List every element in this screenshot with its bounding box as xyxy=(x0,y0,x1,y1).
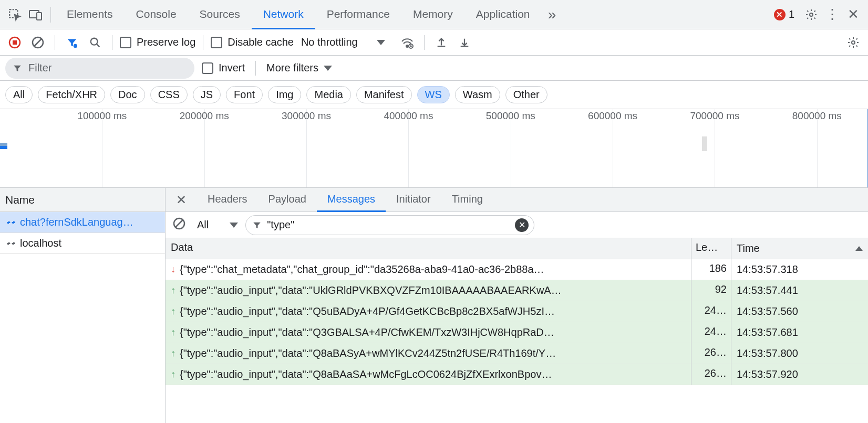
type-filter-media[interactable]: Media xyxy=(306,86,350,103)
detail-tab-timing[interactable]: Timing xyxy=(441,188,493,212)
funnel-icon xyxy=(252,220,262,230)
filter-bar: Filter Invert More filters xyxy=(0,56,868,81)
import-har-icon[interactable] xyxy=(432,33,451,52)
column-data-header[interactable]: Data xyxy=(166,238,691,259)
arrow-up-icon: ↑ xyxy=(171,327,175,338)
type-filter-wasm[interactable]: Wasm xyxy=(455,86,500,103)
message-data: {"type":"audio_input","data":"Q8aBASyA+w… xyxy=(180,347,556,359)
select-value: All xyxy=(197,219,209,231)
chevron-down-icon xyxy=(377,40,385,45)
network-toolbar: Preserve log Disable cache No throttling xyxy=(0,29,868,56)
network-settings-gear-icon[interactable] xyxy=(844,33,863,52)
message-row[interactable]: ↓{"type":"chat_metadata","chat_group_id"… xyxy=(166,259,868,280)
panel-tab-performance[interactable]: Performance xyxy=(315,0,401,29)
timeline-marker xyxy=(0,146,7,149)
panel-tab-elements[interactable]: Elements xyxy=(55,0,125,29)
search-icon[interactable] xyxy=(86,33,105,52)
message-row[interactable]: ↑{"type":"audio_input","data":"Q8aBASyA+… xyxy=(166,343,868,364)
detail-tab-payload[interactable]: Payload xyxy=(258,188,317,212)
type-filter-font[interactable]: Font xyxy=(226,86,263,103)
network-conditions-icon[interactable] xyxy=(398,33,417,52)
divider xyxy=(255,61,256,76)
close-devtools-icon[interactable]: ✕ xyxy=(843,4,864,25)
inspect-element-icon[interactable] xyxy=(4,4,25,25)
type-filter-other[interactable]: Other xyxy=(505,86,547,103)
detail-tab-headers[interactable]: Headers xyxy=(197,188,258,212)
type-filter-img[interactable]: Img xyxy=(268,86,301,103)
message-row[interactable]: ↑{"type":"audio_input","data":"Q5uBADyA+… xyxy=(166,301,868,322)
type-filter-js[interactable]: JS xyxy=(193,86,221,103)
record-button[interactable] xyxy=(5,33,24,52)
kebab-menu-icon[interactable]: ⋮ xyxy=(822,4,843,25)
panel-tab-console[interactable]: Console xyxy=(125,0,188,29)
messages-table-header: Data Le… Time xyxy=(166,238,868,259)
preserve-log-label: Preserve log xyxy=(137,36,195,48)
disable-cache-label: Disable cache xyxy=(228,36,294,48)
throttling-select[interactable]: No throttling xyxy=(301,36,385,48)
device-toolbar-icon[interactable] xyxy=(25,4,46,25)
chevron-down-icon xyxy=(230,223,238,228)
panel-tab-network[interactable]: Network xyxy=(252,0,315,29)
message-data: {"type":"audio_input","data":"Q3GBALSA+4… xyxy=(180,326,554,339)
type-filter-manifest[interactable]: Manifest xyxy=(356,86,412,103)
main-split: Name chat?fernSdkLanguag…localhost ✕ Hea… xyxy=(0,188,868,423)
message-length: 24… xyxy=(691,301,731,322)
type-filter-css[interactable]: CSS xyxy=(150,86,188,103)
invert-checkbox[interactable]: Invert xyxy=(202,62,245,74)
detail-pane: ✕ HeadersPayloadMessagesInitiatorTiming … xyxy=(166,188,868,423)
export-har-icon[interactable] xyxy=(455,33,474,52)
detail-tabs: ✕ HeadersPayloadMessagesInitiatorTiming xyxy=(166,188,868,212)
message-time: 14:53:57.800 xyxy=(731,343,868,364)
detail-tab-initiator[interactable]: Initiator xyxy=(386,188,441,212)
request-list-header[interactable]: Name xyxy=(0,188,165,212)
clear-filter-icon[interactable]: ✕ xyxy=(515,218,529,232)
clear-messages-icon[interactable] xyxy=(173,217,190,232)
column-name: Name xyxy=(5,194,35,206)
svg-line-7 xyxy=(34,39,42,46)
panel-tab-memory[interactable]: Memory xyxy=(401,0,464,29)
message-filter-input[interactable]: "type" ✕ xyxy=(245,215,534,235)
panel-tab-application[interactable]: Application xyxy=(464,0,542,29)
websocket-icon xyxy=(6,240,16,247)
clear-button[interactable] xyxy=(28,33,47,52)
checkbox-icon xyxy=(202,62,213,74)
type-filter-all[interactable]: All xyxy=(5,86,33,103)
messages-toolbar: All "type" ✕ xyxy=(166,212,868,238)
filter-placeholder: Filter xyxy=(28,62,51,74)
request-row[interactable]: localhost xyxy=(0,233,165,254)
message-row[interactable]: ↑{"type":"audio_input","data":"Q8aBAaSA+… xyxy=(166,364,868,385)
settings-gear-icon[interactable] xyxy=(801,4,822,25)
timeline-tick-label: 600000 ms xyxy=(588,110,637,122)
arrow-down-icon: ↓ xyxy=(171,264,175,275)
svg-point-3 xyxy=(810,13,813,16)
message-row[interactable]: ↑{"type":"audio_input","data":"UklGRldPV… xyxy=(166,280,868,301)
close-detail-icon[interactable]: ✕ xyxy=(166,188,197,212)
more-tabs-chevron-icon[interactable]: » xyxy=(541,4,562,25)
filter-toggle-icon[interactable] xyxy=(63,33,81,52)
timeline-tick-label: 300000 ms xyxy=(282,110,331,122)
panel-tab-sources[interactable]: Sources xyxy=(188,0,252,29)
disable-cache-checkbox[interactable]: Disable cache xyxy=(211,36,294,48)
type-filter-doc[interactable]: Doc xyxy=(110,86,145,103)
type-filter-ws[interactable]: WS xyxy=(417,86,450,103)
message-direction-select[interactable]: All xyxy=(197,219,238,231)
funnel-icon xyxy=(13,64,22,73)
column-time-header[interactable]: Time xyxy=(731,238,868,259)
filter-input[interactable]: Filter xyxy=(5,58,194,79)
divider xyxy=(112,35,112,50)
checkbox-icon xyxy=(211,37,222,48)
request-row[interactable]: chat?fernSdkLanguag… xyxy=(0,212,165,233)
error-badge[interactable]: ✕ 1 xyxy=(774,8,794,20)
message-data: {"type":"audio_input","data":"Q5uBADyA+4… xyxy=(180,305,555,318)
column-length-header[interactable]: Le… xyxy=(691,238,731,259)
timeline-overview[interactable]: 100000 ms200000 ms300000 ms400000 ms5000… xyxy=(0,109,868,188)
websocket-icon xyxy=(6,219,16,226)
chevron-down-icon xyxy=(324,66,332,71)
type-filter-fetchxhr[interactable]: Fetch/XHR xyxy=(38,86,105,103)
detail-tab-messages[interactable]: Messages xyxy=(317,188,386,212)
svg-point-13 xyxy=(852,41,855,44)
message-row[interactable]: ↑{"type":"audio_input","data":"Q3GBALSA+… xyxy=(166,322,868,343)
svg-rect-5 xyxy=(13,40,17,45)
more-filters-dropdown[interactable]: More filters xyxy=(266,62,332,74)
preserve-log-checkbox[interactable]: Preserve log xyxy=(120,36,195,48)
